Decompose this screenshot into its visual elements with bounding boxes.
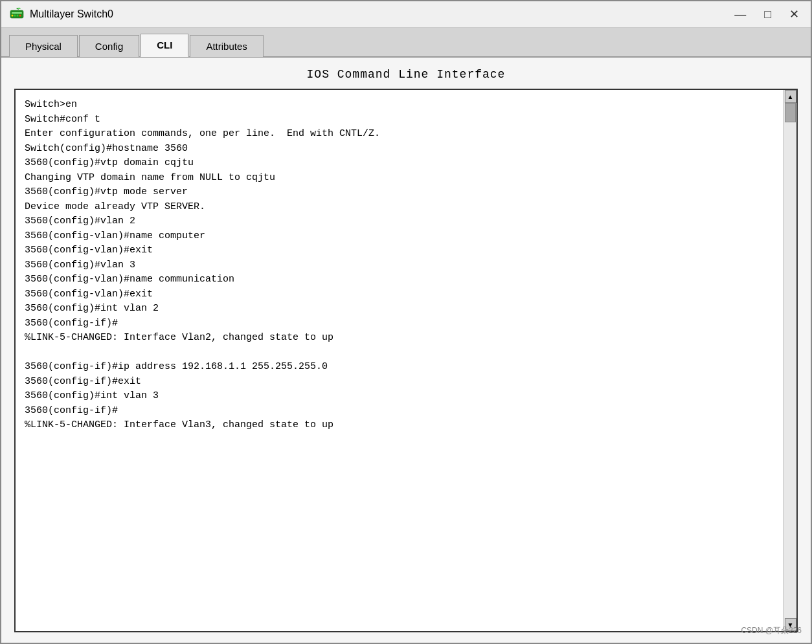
- tab-bar: Physical Config CLI Attributes: [1, 28, 811, 58]
- tab-physical[interactable]: Physical: [9, 35, 78, 57]
- scrollbar-up-button[interactable]: ▲: [785, 90, 796, 103]
- title-bar-left: Multilayer Switch0: [9, 6, 113, 22]
- tab-config[interactable]: Config: [79, 35, 139, 57]
- terminal-output[interactable]: Switch>en Switch#conf t Enter configurat…: [16, 90, 784, 631]
- svg-point-5: [19, 15, 21, 17]
- svg-rect-1: [12, 12, 22, 14]
- svg-point-3: [14, 15, 16, 17]
- main-content: IOS Command Line Interface Switch>en Swi…: [1, 58, 811, 643]
- svg-rect-0: [10, 10, 23, 18]
- svg-point-4: [17, 15, 19, 17]
- title-bar: Multilayer Switch0 — □ ✕: [1, 1, 811, 28]
- scrollbar-track: [784, 103, 796, 618]
- terminal-container: Switch>en Switch#conf t Enter configurat…: [14, 89, 798, 632]
- tab-attributes[interactable]: Attributes: [190, 35, 263, 57]
- scrollbar-thumb[interactable]: [785, 103, 796, 122]
- switch-icon: [9, 6, 25, 22]
- window-controls: — □ ✕: [730, 7, 803, 21]
- main-window: Multilayer Switch0 — □ ✕ Physical Config…: [0, 0, 812, 644]
- maximize-button[interactable]: □: [760, 7, 775, 21]
- scrollbar: ▲ ▼: [784, 90, 796, 631]
- cli-heading: IOS Command Line Interface: [14, 68, 798, 81]
- svg-point-2: [12, 15, 14, 17]
- tab-cli[interactable]: CLI: [141, 34, 188, 57]
- window-title: Multilayer Switch0: [30, 8, 113, 20]
- close-button[interactable]: ✕: [785, 7, 803, 21]
- watermark: CSDN @耳朵226: [741, 625, 802, 636]
- minimize-button[interactable]: —: [730, 7, 750, 21]
